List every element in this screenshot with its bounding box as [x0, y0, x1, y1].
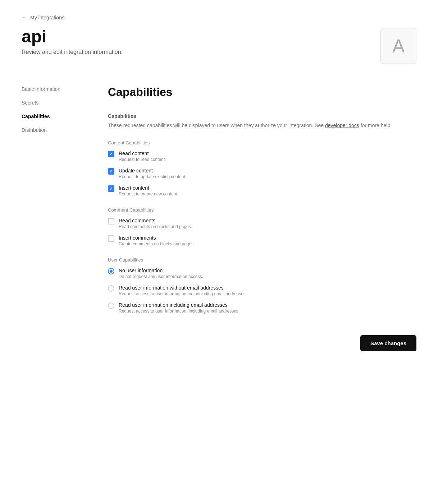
- header-row: api Review and edit integration informat…: [22, 28, 416, 64]
- read-comments-checkbox[interactable]: [108, 218, 114, 225]
- read-content-name: Read content: [119, 151, 166, 156]
- comment-cap-label: Comment Capabilities: [108, 207, 416, 213]
- cap-item-read-comments: Read comments Read comments on blocks an…: [108, 218, 416, 229]
- sidebar-item-distribution[interactable]: Distribution: [22, 126, 86, 134]
- insert-comments-desc: Create comments on blocks and pages.: [119, 241, 195, 246]
- back-arrow-icon: ←: [22, 14, 27, 21]
- insert-content-desc: Request to create new content.: [119, 191, 178, 196]
- cap-description: These requested capabilities will be dis…: [108, 122, 416, 129]
- save-row: Save changes: [108, 335, 416, 351]
- cap-desc-text2: for more help.: [359, 122, 392, 128]
- content-area: Capabilities Capabilities These requeste…: [108, 85, 416, 351]
- cap-item-user-info-no-email: Read user information without email addr…: [108, 285, 416, 296]
- read-comments-desc: Read comments on blocks and pages.: [119, 224, 192, 229]
- no-user-info-desc: Do not request any user information acce…: [119, 274, 203, 279]
- insert-content-name: Insert content: [119, 185, 178, 191]
- cap-item-read-content: Read content Request to read content.: [108, 151, 416, 162]
- save-button[interactable]: Save changes: [360, 335, 416, 351]
- cap-item-insert-content: Insert content Request to create new con…: [108, 185, 416, 196]
- sidebar-item-secrets[interactable]: Secrets: [22, 99, 86, 106]
- read-comments-name: Read comments: [119, 218, 192, 223]
- sidebar-item-capabilities[interactable]: Capabilities: [22, 113, 86, 120]
- user-info-no-email-name: Read user information without email addr…: [119, 285, 247, 291]
- cap-item-no-user-info: No user information Do not request any u…: [108, 268, 416, 279]
- comment-capabilities-group: Comment Capabilities Read comments Read …: [108, 207, 416, 246]
- user-info-no-email-radio[interactable]: [108, 285, 114, 292]
- cap-desc-text1: These requested capabilities will be dis…: [108, 122, 325, 128]
- read-content-desc: Request to read content.: [119, 157, 166, 162]
- user-info-no-email-desc: Request access to user information, not …: [119, 291, 247, 296]
- update-content-desc: Request to update existing content.: [119, 174, 186, 179]
- insert-comments-name: Insert comments: [119, 235, 195, 241]
- cap-item-insert-comments: Insert comments Create comments on block…: [108, 235, 416, 246]
- content-cap-label: Content Capabilities: [108, 140, 416, 145]
- capabilities-intro: Capabilities These requested capabilitie…: [108, 113, 416, 129]
- cap-heading: Capabilities: [108, 113, 416, 119]
- page-title: Capabilities: [108, 85, 416, 99]
- no-user-info-radio[interactable]: [108, 268, 114, 274]
- user-cap-label: User Capabilities: [108, 257, 416, 263]
- app-title: api: [22, 28, 123, 45]
- cap-item-update-content: Update content Request to update existin…: [108, 168, 416, 179]
- user-info-with-email-name: Read user information including email ad…: [119, 302, 239, 308]
- user-capabilities-group: User Capabilities No user information Do…: [108, 257, 416, 314]
- content-capabilities-group: Content Capabilities Read content Reques…: [108, 140, 416, 196]
- app-logo-letter: A: [392, 35, 405, 57]
- back-nav-label: My integrations: [30, 15, 64, 20]
- insert-content-checkbox[interactable]: [108, 185, 114, 192]
- update-content-checkbox[interactable]: [108, 168, 114, 175]
- header-left: api Review and edit integration informat…: [22, 28, 123, 55]
- app-subtitle: Review and edit integration information.: [22, 49, 123, 55]
- insert-comments-checkbox[interactable]: [108, 235, 114, 242]
- back-nav[interactable]: ← My integrations: [22, 14, 416, 21]
- developer-docs-link[interactable]: developer docs: [325, 122, 359, 128]
- no-user-info-name: No user information: [119, 268, 203, 273]
- sidebar: Basic Information Secrets Capabilities D…: [22, 85, 86, 351]
- read-content-checkbox[interactable]: [108, 151, 114, 157]
- sidebar-item-basic-information[interactable]: Basic Information: [22, 85, 86, 93]
- update-content-name: Update content: [119, 168, 186, 174]
- user-info-with-email-radio[interactable]: [108, 302, 114, 309]
- user-info-with-email-desc: Request access to user information, incl…: [119, 309, 239, 314]
- app-logo: A: [380, 28, 416, 64]
- cap-item-user-info-with-email: Read user information including email ad…: [108, 302, 416, 314]
- main-layout: Basic Information Secrets Capabilities D…: [22, 85, 416, 351]
